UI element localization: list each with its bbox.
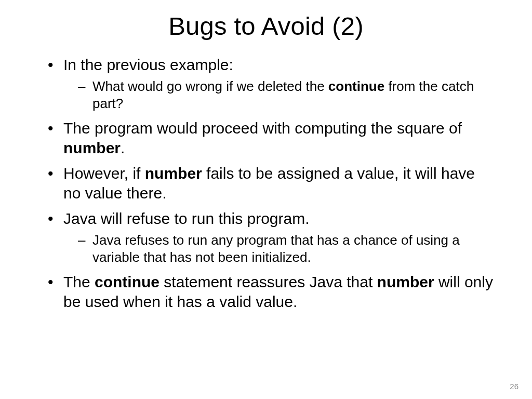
bullet-list: In the previous example: What would go w… <box>48 55 496 311</box>
sub-bullet-text: Java refuses to run any program that has… <box>92 232 460 265</box>
page-number: 26 <box>510 382 518 391</box>
bold-text: number <box>63 139 121 156</box>
bullet-item: However, if number fails to be assigned … <box>48 164 496 203</box>
slide: Bugs to Avoid (2) In the previous exampl… <box>0 0 532 399</box>
bold-text: continue <box>95 273 159 290</box>
text-fragment: What would go wrong if we deleted the <box>92 78 328 94</box>
bold-text: number <box>145 165 202 182</box>
text-fragment: The <box>63 273 95 290</box>
bold-text: number <box>377 273 434 290</box>
sub-bullet-item: Java refuses to run any program that has… <box>78 232 496 267</box>
text-fragment: statement reassures Java that <box>159 273 377 290</box>
bold-text: continue <box>328 78 384 94</box>
text-fragment: . <box>121 139 125 156</box>
bullet-item: The program would proceed with computing… <box>48 118 496 157</box>
sub-bullet-list: What would go wrong if we deleted the co… <box>63 78 496 113</box>
text-fragment: However, if <box>63 165 145 182</box>
slide-body: In the previous example: What would go w… <box>0 41 532 311</box>
bullet-text: In the previous example: <box>63 56 233 73</box>
bullet-item: Java will refuse to run this program. Ja… <box>48 209 496 266</box>
bullet-item: In the previous example: What would go w… <box>48 55 496 112</box>
sub-bullet-item: What would go wrong if we deleted the co… <box>78 78 496 113</box>
text-fragment: The program would proceed with computing… <box>63 119 462 137</box>
sub-bullet-list: Java refuses to run any program that has… <box>63 232 496 267</box>
bullet-item: The continue statement reassures Java th… <box>48 272 496 311</box>
bullet-text: Java will refuse to run this program. <box>63 210 310 227</box>
slide-title: Bugs to Avoid (2) <box>0 0 532 41</box>
